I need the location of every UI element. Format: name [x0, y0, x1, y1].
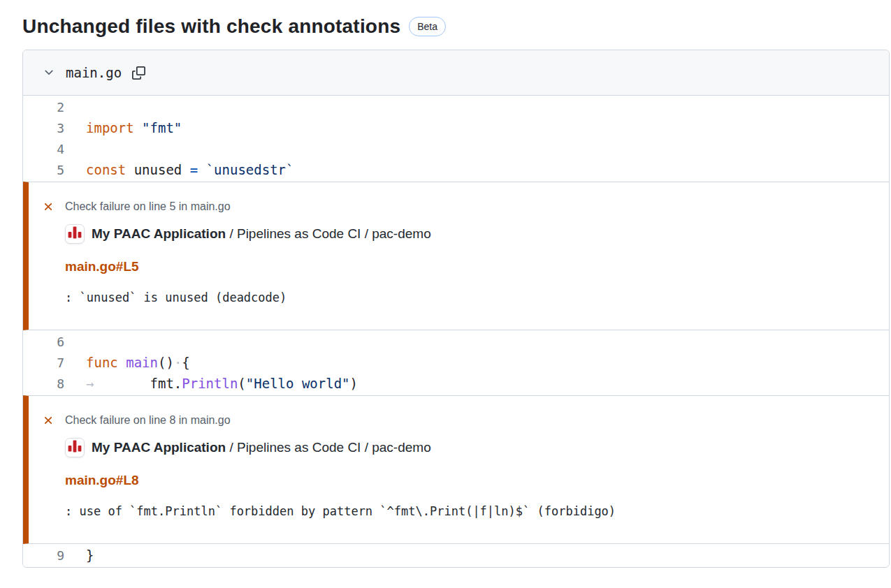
token-plain: ( — [238, 376, 245, 391]
code-line: 8→ fmt.Println("Hello world") — [23, 373, 889, 394]
app-avatar-icon — [65, 438, 85, 457]
code-line: 4 — [23, 138, 889, 159]
token-ws: → — [86, 376, 150, 391]
annotation-title: Check failure on line 8 in main.go — [65, 414, 231, 427]
check-run-name: My PAAC Application / Pipelines as Code … — [92, 440, 431, 455]
annotation-message: : use of `fmt.Println` forbidden by patt… — [65, 504, 889, 518]
annotation-title: Check failure on line 5 in main.go — [65, 200, 231, 213]
token-plain: () — [158, 355, 174, 370]
code-text: → fmt.Println("Hello world") — [86, 376, 358, 391]
app-name: My PAAC Application — [92, 440, 226, 455]
code-text: } — [86, 547, 94, 563]
chevron-down-icon — [43, 66, 55, 79]
copy-file-path-button[interactable] — [132, 66, 145, 80]
line-number: 7 — [23, 355, 64, 370]
token-plain — [118, 355, 126, 370]
line-number: 2 — [23, 100, 64, 115]
token-entity: main — [126, 355, 158, 370]
line-number: 8 — [23, 376, 64, 391]
code-text: const unused = `unusedstr` — [86, 162, 294, 177]
code-text: func main()·{ — [86, 355, 190, 370]
check-annotation: Check failure on line 5 in main.goMy PAA… — [23, 182, 889, 330]
file-panel: main.go 23import "fmt"45const unused = `… — [22, 50, 890, 568]
line-number: 6 — [23, 335, 64, 349]
token-plain — [134, 120, 142, 135]
token-plain: unused — [126, 162, 190, 177]
file-header: main.go — [23, 50, 889, 96]
check-run-row: My PAAC Application / Pipelines as Code … — [65, 224, 889, 244]
page-header: Unchanged files with check annotations B… — [22, 15, 891, 38]
check-suite-path: / Pipelines as Code CI / pac-demo — [226, 440, 431, 455]
check-run-name: My PAAC Application / Pipelines as Code … — [92, 226, 431, 242]
token-plain: fmt. — [150, 376, 182, 391]
annotation-file-link[interactable]: main.go#L8 — [65, 473, 139, 488]
code-block: 67func main()·{8→ fmt.Println("Hello wor… — [23, 330, 889, 395]
code-line: 6 — [23, 331, 889, 352]
token-entity: Println — [182, 376, 238, 391]
check-run-row: My PAAC Application / Pipelines as Code … — [65, 438, 889, 457]
token-string: "Hello world" — [246, 376, 350, 391]
beta-badge: Beta — [409, 17, 446, 36]
code-line: 2 — [23, 96, 889, 117]
code-line: 3import "fmt" — [23, 117, 889, 138]
annotation-header: Check failure on line 5 in main.go — [42, 200, 889, 213]
line-number: 9 — [23, 548, 64, 563]
token-ws: · — [174, 355, 182, 370]
annotation-message: : `unused` is unused (deadcode) — [65, 291, 889, 304]
token-string: `unusedstr` — [206, 162, 294, 177]
token-plain — [198, 162, 205, 177]
x-icon — [42, 200, 55, 213]
app-avatar-icon — [65, 224, 85, 244]
code-line: 9} — [23, 545, 889, 566]
page-title: Unchanged files with check annotations — [22, 15, 400, 38]
token-string: "fmt" — [142, 120, 182, 135]
check-suite-path: / Pipelines as Code CI / pac-demo — [226, 226, 431, 241]
copy-icon — [132, 66, 145, 80]
line-number: 3 — [23, 121, 64, 135]
token-operator: = — [190, 162, 198, 177]
app-name: My PAAC Application — [92, 226, 226, 241]
file-body: 23import "fmt"45const unused = `unusedst… — [23, 96, 889, 567]
code-block: 23import "fmt"45const unused = `unusedst… — [23, 96, 889, 182]
token-plain: ) — [350, 376, 358, 391]
code-line: 5const unused = `unusedstr` — [23, 159, 889, 180]
token-keyword: const — [86, 162, 126, 177]
token-keyword: func — [86, 355, 118, 370]
token-plain: } — [86, 547, 94, 563]
line-number: 5 — [23, 163, 64, 177]
annotation-header: Check failure on line 8 in main.go — [42, 414, 889, 427]
file-name: main.go — [66, 65, 122, 80]
token-keyword: import — [86, 120, 134, 135]
code-text: import "fmt" — [86, 120, 182, 135]
collapse-file-button[interactable] — [43, 66, 55, 79]
code-line: 7func main()·{ — [23, 352, 889, 373]
x-icon — [42, 414, 55, 427]
token-plain: { — [182, 355, 189, 370]
line-number: 4 — [23, 142, 64, 156]
code-block: 9} — [23, 544, 889, 567]
annotation-file-link[interactable]: main.go#L5 — [65, 259, 139, 274]
check-annotation: Check failure on line 8 in main.goMy PAA… — [23, 395, 889, 544]
